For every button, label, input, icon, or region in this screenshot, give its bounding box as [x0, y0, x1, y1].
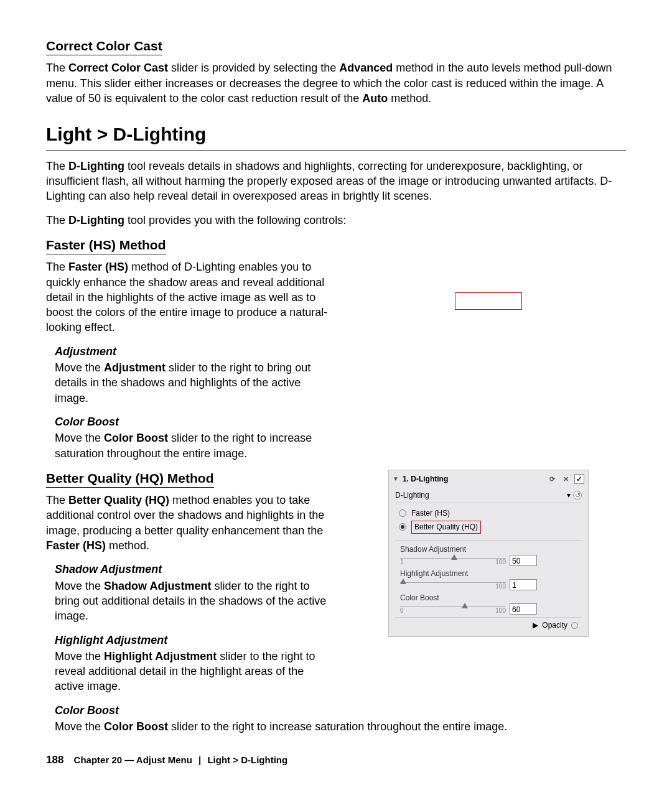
callout-box — [455, 292, 522, 310]
slider-color-boost: Color Boost 0 100 60 — [395, 593, 582, 615]
slider-track[interactable]: 100 — [400, 580, 506, 589]
dropdown-dlighting[interactable]: D-Lighting ▾ ↺ — [395, 489, 582, 503]
slider-track[interactable]: 1 100 — [400, 556, 506, 565]
radio-faster-hs[interactable]: Faster (HS) — [395, 507, 582, 519]
page-footer: 188 Chapter 20 — Adjust Menu | Light > D… — [46, 753, 626, 768]
heading-correct-color-cast: Correct Color Cast — [46, 37, 162, 55]
radio-hq-highlight: Better Quality (HQ) — [411, 521, 481, 533]
slider-track[interactable]: 0 100 — [400, 605, 506, 613]
slider-shadow-adjustment: Shadow Adjustment 1 100 50 — [395, 544, 582, 566]
enable-checkbox[interactable]: ✓ — [574, 474, 584, 484]
page-number: 188 — [46, 754, 63, 766]
heading-better-hq: Better Quality (HQ) Method — [46, 470, 214, 488]
opacity-radio-icon — [571, 622, 578, 629]
para-correct-color-cast: The Correct Color Cast slider is provide… — [46, 60, 626, 106]
panel-titlebar[interactable]: ▼ 1. D-Lighting ⟳ ✕ ✓ — [389, 470, 588, 486]
heading-color-boost-1: Color Boost — [55, 414, 332, 429]
para-adjustment: Move the Adjustment slider to the right … — [55, 360, 332, 406]
para-faster-hs: The Faster (HS) method of D-Lighting ena… — [46, 259, 332, 335]
block-color-boost-2: Color Boost Move the Color Boost slider … — [46, 703, 626, 735]
radio-icon — [399, 509, 406, 517]
reset-icon[interactable]: ⟳ — [547, 474, 557, 484]
collapse-icon[interactable]: ▼ — [393, 475, 399, 483]
heading-highlight-adj: Highlight Adjustment — [55, 633, 332, 648]
para-color-boost-2: Move the Color Boost slider to the right… — [55, 719, 626, 734]
para-highlight-adj: Move the Highlight Adjustment slider to … — [55, 649, 332, 694]
row-faster-hs: Faster (HS) Method The Faster (HS) metho… — [46, 236, 626, 470]
expand-icon: ▶ — [533, 620, 538, 630]
heading-shadow-adj: Shadow Adjustment — [55, 562, 332, 577]
radio-better-hq[interactable]: Better Quality (HQ) — [395, 519, 582, 534]
heading-faster-hs: Faster (HS) Method — [46, 236, 166, 254]
slider-thumb[interactable] — [462, 603, 468, 608]
dlighting-panel: ▼ 1. D-Lighting ⟳ ✕ ✓ D-Lighting ▾ ↺ Fas… — [388, 470, 589, 638]
panel-title-text: 1. D-Lighting — [403, 474, 448, 484]
heading-adjustment: Adjustment — [55, 344, 332, 359]
panel-divider — [395, 540, 582, 541]
footer-chapter: Chapter 20 — Adjust Menu — [74, 755, 192, 765]
reset-dropdown-icon[interactable]: ↺ — [573, 491, 582, 500]
slider-value-input[interactable]: 50 — [510, 555, 537, 566]
opacity-toggle[interactable]: ▶ Opacity — [395, 617, 582, 633]
heading-light-dlighting: Light > D-Lighting — [46, 122, 626, 147]
divider — [46, 150, 626, 151]
slider-thumb[interactable] — [451, 554, 457, 560]
section-correct-color-cast: Correct Color Cast The Correct Color Cas… — [46, 37, 626, 106]
radio-icon — [399, 523, 406, 531]
slider-highlight-adjustment: Highlight Adjustment 100 1 — [395, 569, 582, 590]
heading-color-boost-2: Color Boost — [55, 703, 626, 718]
slider-thumb[interactable] — [400, 579, 406, 584]
close-icon[interactable]: ✕ — [561, 474, 571, 484]
dropdown-arrow-icon: ▾ — [567, 490, 571, 500]
slider-value-input[interactable]: 1 — [510, 579, 537, 590]
para-color-boost-1: Move the Color Boost slider to the right… — [55, 430, 332, 461]
para-dlighting-intro: The D-Lighting tool reveals details in s… — [46, 159, 626, 204]
row-better-hq: Better Quality (HQ) Method The Better Qu… — [46, 470, 626, 703]
slider-value-input[interactable]: 60 — [510, 603, 537, 615]
footer-crumb: Light > D-Lighting — [207, 755, 287, 765]
para-shadow-adj: Move the Shadow Adjustment slider to the… — [55, 579, 332, 624]
para-better-hq: The Better Quality (HQ) method enables y… — [46, 493, 332, 553]
para-dlighting-controls: The D-Lighting tool provides you with th… — [46, 213, 626, 228]
